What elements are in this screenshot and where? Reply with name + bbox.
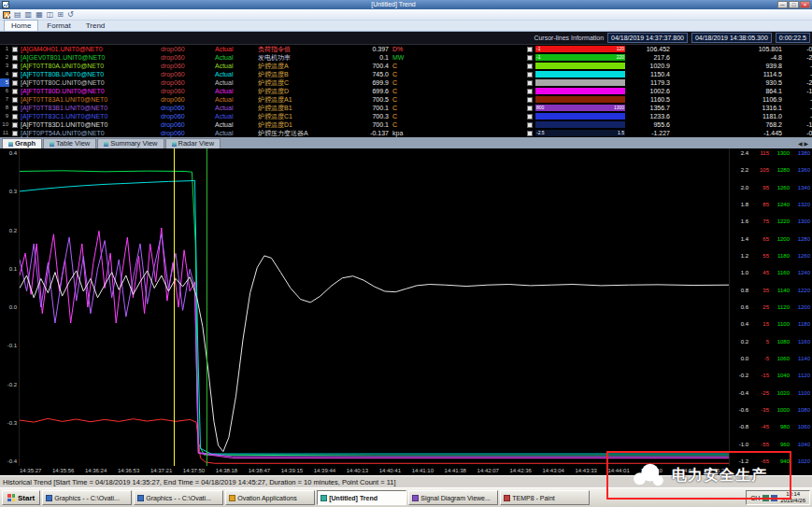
right-axis-label: 95: [752, 185, 769, 190]
right-axis-label: 1280: [773, 167, 790, 173]
point-checkbox[interactable]: [12, 122, 18, 128]
right-axis-label: 1220: [773, 218, 790, 224]
point-description: 炉膛温度A: [258, 62, 349, 70]
right-axis-label: -15: [752, 373, 769, 378]
cursor-panel-checkbox[interactable]: [527, 122, 533, 128]
right-axis-3: 1300128012601240122012001180116011401120…: [771, 148, 791, 466]
cursor-panel-checkbox[interactable]: [527, 72, 533, 77]
trend-plot-svg[interactable]: [20, 148, 729, 466]
row-number: 3: [0, 62, 9, 70]
plot-area[interactable]: [19, 148, 730, 466]
cursor1-value: 217.6: [625, 53, 670, 62]
right-axis-label: 0.8: [732, 288, 748, 293]
app-menu-icon[interactable]: [3, 11, 10, 19]
point-description: 炉膛温度D: [258, 87, 349, 95]
taskbar-item-graphics-c-ovati[interactable]: Graphics - - C:\Ovati...: [42, 490, 132, 505]
new-trend-icon[interactable]: ▤: [14, 10, 21, 20]
point-description: 炉膛温度C: [258, 78, 349, 87]
window-titlebar[interactable]: [Untitled] Trend ─□×: [0, 0, 812, 9]
table-row[interactable]: 5[A]FT0TT80C.UNIT0@NET0drop060Actual炉膛温度…: [0, 78, 812, 87]
cursor-panel-checkbox[interactable]: [527, 89, 533, 94]
right-axis-label: 1240: [773, 202, 790, 207]
cursor1-value: 1233.6: [625, 112, 670, 120]
taskbar-item-untitled-trend[interactable]: [Untitled] Trend: [317, 490, 406, 505]
cursor-panel-checkbox[interactable]: [527, 80, 533, 86]
point-checkbox[interactable]: [12, 114, 18, 120]
table-row[interactable]: 7[A]FT0TT83A1.UNIT0@NET0drop060Actual炉膛温…: [0, 95, 812, 104]
table-row[interactable]: 10[A]FT0TT83D1.UNIT0@NET0drop060Actual炉膛…: [0, 120, 812, 129]
taskbar-item-graphics-c-ovati[interactable]: Graphics - - C:\Ovati...: [134, 490, 223, 505]
row-number: 7: [0, 95, 9, 104]
cursor2-value: -4.8: [670, 53, 782, 62]
range-max: 1300: [614, 105, 624, 111]
ribbon-tab-trend[interactable]: Trend: [79, 21, 112, 31]
cursor1-value: 1160.5: [625, 95, 670, 104]
point-mode: Actual: [215, 104, 258, 112]
cursor-panel-checkbox[interactable]: [527, 97, 533, 103]
tab-table-view[interactable]: Table View: [43, 138, 96, 148]
minimize-button[interactable]: ─: [777, 1, 788, 8]
table-row[interactable]: 11[A]FT0PT54A.UNIT0@NET0drop060Actual炉膛压…: [0, 129, 812, 137]
tab-scroll-arrows[interactable]: ◀ ▶: [798, 140, 810, 148]
refresh-icon[interactable]: ↺: [67, 10, 74, 20]
print-icon[interactable]: ◫: [47, 10, 54, 20]
save-icon[interactable]: ▦: [36, 10, 43, 20]
maximize-button[interactable]: □: [789, 1, 799, 8]
taskbar-item-temp8-paint[interactable]: TEMP8 - Paint: [500, 490, 590, 505]
point-checkbox[interactable]: [12, 131, 18, 136]
tab-summary-view[interactable]: Summary View: [97, 138, 164, 148]
ribbon-tab-home[interactable]: Home: [4, 20, 38, 31]
start-button[interactable]: Start: [2, 490, 40, 505]
table-row[interactable]: 9[A]FT0TT83C1.UNIT0@NET0drop060Actual炉膛温…: [0, 112, 812, 120]
right-axis-label: 1100: [773, 321, 790, 327]
cursor-panel-checkbox[interactable]: [527, 106, 533, 111]
cursor-panel-checkbox[interactable]: [527, 63, 533, 69]
right-axis-label: 1040: [793, 442, 810, 447]
point-checkbox[interactable]: [12, 63, 18, 69]
quick-access-toolbar: ▤▥▦◫⊞↺: [0, 9, 812, 21]
cursor2-value: 1114.5: [670, 70, 782, 78]
cursor-delta-value: -138.5: [782, 87, 812, 95]
ribbon-tab-format[interactable]: Format: [40, 21, 77, 31]
table-row[interactable]: 2[A]GEV0T801.UNIT0@NET0drop060Actual发电机功…: [0, 53, 812, 62]
cursor-lines-header: Cursor-lines Information 04/18/2019 14:3…: [0, 32, 812, 45]
point-checkbox[interactable]: [12, 97, 18, 103]
point-checkbox[interactable]: [12, 80, 18, 86]
cursor1-value: -1.227: [625, 129, 670, 137]
taskbar-item-ovation-applications[interactable]: Ovation Applications: [225, 490, 315, 505]
point-name: [A]FT0TT83C1.UNIT0@NET0: [21, 112, 161, 120]
point-drop: drop060: [161, 70, 215, 78]
table-row[interactable]: 3[A]FT0TT80A.UNIT0@NET0drop060Actual炉膛温度…: [0, 62, 812, 70]
cursor1-time-field[interactable]: 04/18/2019 14:37:37.800: [607, 33, 688, 43]
add-point-icon[interactable]: ⊞: [57, 10, 64, 20]
table-row[interactable]: 8[A]FT0TT83B1.UNIT0@NET0drop060Actual炉膛温…: [0, 104, 812, 112]
taskbar-item-label: Ovation Applications: [237, 495, 296, 501]
cursor-panel-checkbox[interactable]: [527, 55, 533, 61]
point-checkbox[interactable]: [12, 106, 18, 111]
watermark-text: 电力安全生产: [672, 466, 767, 486]
tab-label: Radar View: [178, 139, 215, 148]
right-axis-label: 85: [752, 202, 769, 207]
table-row[interactable]: 4[A]FT0TT80B.UNIT0@NET0drop060Actual炉膛温度…: [0, 70, 812, 78]
point-checkbox[interactable]: [12, 47, 18, 52]
point-drop: drop060: [161, 129, 215, 137]
tab-graph[interactable]: Graph: [2, 138, 42, 148]
open-icon[interactable]: ▥: [25, 10, 33, 20]
point-checkbox[interactable]: [12, 72, 18, 77]
point-description: 负荷指令值: [258, 45, 349, 53]
taskbar-item-icon: [321, 495, 327, 501]
table-row[interactable]: 6[A]FT0TT80D.UNIT0@NET0drop060Actual炉膛温度…: [0, 87, 812, 95]
cursor1-value: 1179.3: [625, 78, 670, 87]
right-axis-label: -35: [752, 407, 769, 413]
tab-radar-view[interactable]: Radar View: [165, 138, 221, 148]
cursor-panel-checkbox[interactable]: [527, 114, 533, 120]
taskbar-item-signal-diagram-viewe[interactable]: Signal Diagram Viewe...: [408, 490, 498, 505]
point-checkbox[interactable]: [12, 55, 18, 61]
table-row[interactable]: 1[A]GM40H01.UNIT0@NET0drop060Actual负荷指令值…: [0, 45, 812, 53]
cursor-panel-checkbox[interactable]: [527, 131, 533, 136]
cursor2-time-field[interactable]: 04/18/2019 14:38:05.300: [691, 33, 772, 43]
close-button[interactable]: ×: [800, 1, 810, 8]
point-checkbox[interactable]: [12, 89, 18, 94]
cursor2-value: 1181.0: [670, 112, 782, 120]
cursor-panel-checkbox[interactable]: [527, 47, 533, 52]
